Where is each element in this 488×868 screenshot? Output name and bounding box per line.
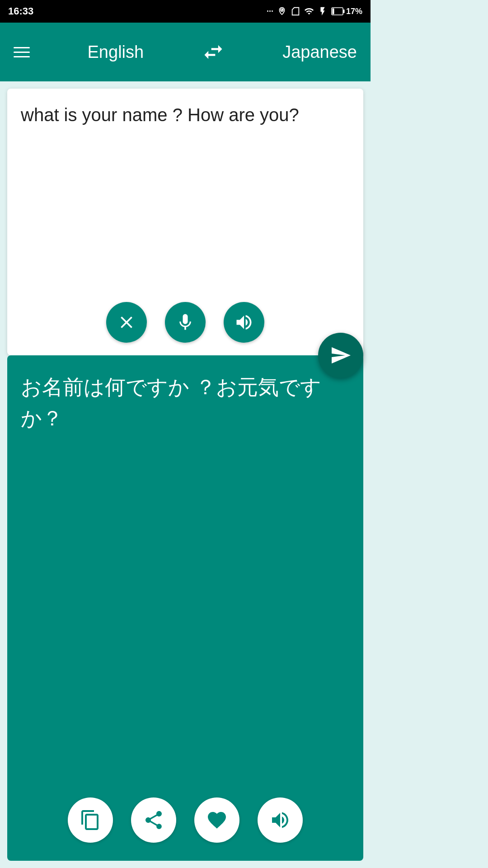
source-language-selector[interactable]: English [88, 42, 144, 62]
favorite-button[interactable] [194, 797, 239, 843]
status-time: 16:33 [8, 5, 33, 17]
target-speaker-button[interactable] [258, 797, 303, 843]
signal-icon [304, 6, 314, 16]
target-language-selector[interactable]: Japanese [282, 42, 357, 62]
target-actions [7, 797, 363, 843]
menu-button[interactable] [14, 47, 30, 57]
source-panel: what is your name ? How are you? [7, 89, 363, 355]
copy-icon [80, 809, 101, 831]
share-button[interactable] [131, 797, 176, 843]
send-icon [330, 344, 352, 366]
volume-icon [234, 312, 254, 332]
heart-icon [206, 809, 228, 831]
microphone-button[interactable] [165, 302, 206, 343]
volume-icon [269, 809, 291, 831]
dots-icon: ··· [267, 7, 273, 16]
source-actions [7, 302, 363, 343]
target-text: お名前は何ですか ？お元気ですか？ [21, 372, 350, 807]
status-bar: 16:33 ··· 17% [0, 0, 371, 23]
clear-button[interactable] [106, 302, 147, 343]
main-content: what is your name ? How are you? [0, 81, 371, 868]
battery-icon [331, 7, 345, 15]
swap-icon [202, 40, 225, 64]
sim-icon [291, 6, 300, 16]
microphone-icon [175, 312, 195, 332]
toolbar: English Japanese [0, 23, 371, 81]
svg-rect-1 [343, 9, 344, 13]
copy-button[interactable] [68, 797, 113, 843]
source-speaker-button[interactable] [224, 302, 264, 343]
translate-button[interactable] [318, 333, 363, 378]
bolt-icon [318, 6, 328, 16]
swap-languages-button[interactable] [202, 40, 225, 64]
svg-rect-2 [332, 9, 334, 14]
alarm-icon [277, 6, 287, 16]
battery-status: 17% [331, 7, 362, 16]
close-icon [117, 312, 136, 332]
share-icon [143, 809, 164, 831]
target-panel: お名前は何ですか ？お元気ですか？ [7, 355, 363, 861]
status-icons: ··· 17% [267, 6, 362, 16]
source-text[interactable]: what is your name ? How are you? [21, 102, 350, 310]
